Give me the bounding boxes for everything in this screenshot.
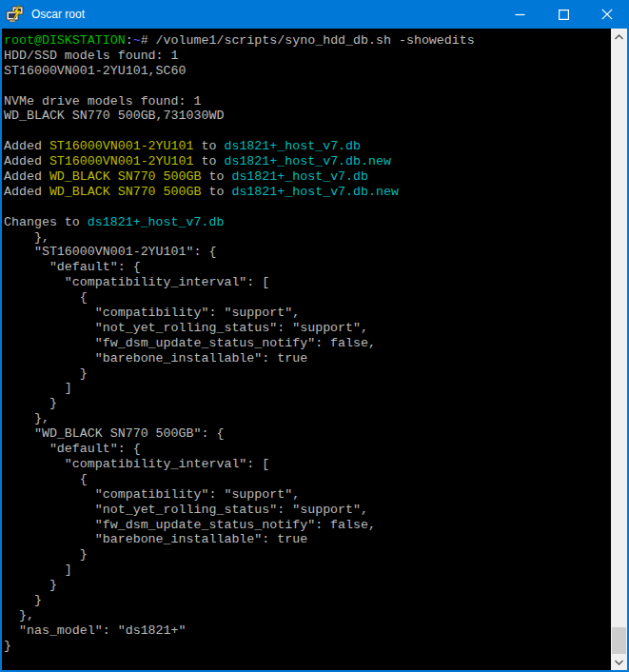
terminal-line: "barebone_installable": true (4, 532, 611, 547)
putty-window: Oscar root root@DISKSTATION:~# /volume1 (0, 0, 629, 672)
terminal-line: Added WD_BLACK SN770 500GB to ds1821+_ho… (4, 185, 611, 200)
terminal-line: "fw_dsm_update_status_notify": false, (4, 518, 611, 533)
terminal-line: "WD_BLACK SN770 500GB": { (4, 426, 611, 442)
chevron-up-icon (615, 34, 623, 40)
minimize-button[interactable] (498, 0, 541, 29)
terminal-line: "default": { (4, 260, 611, 275)
terminal-line: Added ST16000VN001-2YU101 to ds1821+_hos… (4, 154, 611, 169)
chevron-down-icon (615, 660, 623, 665)
scrollbar-thumb[interactable] (612, 627, 626, 654)
scroll-up-button[interactable] (611, 29, 627, 45)
terminal-line: root@DISKSTATION:~# /volume1/scripts/syn… (4, 33, 611, 49)
terminal-line: "fw_dsm_update_status_notify": false, (4, 336, 611, 351)
terminal-line: } (4, 396, 611, 411)
terminal-line: WD_BLACK SN770 500GB,731030WD (4, 109, 611, 124)
terminal-line: "barebone_installable": true (4, 351, 611, 366)
terminal-line: "not_yet_rolling_status": "support", (4, 503, 611, 518)
terminal-line: "not_yet_rolling_status": "support", (4, 321, 611, 336)
terminal-line: }, (4, 608, 611, 623)
caption-buttons (498, 0, 629, 29)
terminal-line: } (4, 593, 611, 608)
maximize-button[interactable] (541, 0, 585, 29)
terminal-line: "ST16000VN001-2YU101": { (4, 245, 611, 260)
terminal-line: } (4, 578, 611, 593)
terminal-line: HDD/SSD models found: 1 (4, 49, 611, 64)
terminal-line: } (4, 366, 611, 382)
terminal-line (4, 200, 611, 215)
close-icon (601, 9, 613, 20)
putty-app-icon[interactable] (6, 5, 25, 24)
scroll-down-button[interactable] (611, 654, 627, 670)
window-title: Oscar root (31, 8, 498, 21)
terminal-line: }, (4, 230, 611, 246)
terminal-area: root@DISKSTATION:~# /volume1/scripts/syn… (2, 29, 627, 670)
terminal-line: } (4, 547, 611, 563)
terminal-line: ] (4, 563, 611, 578)
terminal-line: } (4, 639, 611, 654)
terminal-line (4, 79, 611, 94)
terminal-line: Added ST16000VN001-2YU101 to ds1821+_hos… (4, 139, 611, 154)
terminal-line (4, 124, 611, 139)
terminal-line: "default": { (4, 442, 611, 457)
terminal-line: "nas_model": "ds1821+" (4, 623, 611, 639)
maximize-icon (559, 10, 569, 20)
terminal-line: NVMe drive models found: 1 (4, 94, 611, 109)
terminal-line: ST16000VN001-2YU101,SC60 (4, 64, 611, 79)
terminal-line: { (4, 472, 611, 487)
terminal-line: "compatibility": "support", (4, 487, 611, 503)
scrollbar[interactable] (611, 29, 627, 670)
terminal-line: Changes to ds1821+_host_v7.db (4, 215, 611, 230)
terminal-line: { (4, 290, 611, 306)
terminal-line: ] (4, 381, 611, 396)
terminal-line: "compatibility_interval": [ (4, 457, 611, 472)
terminal-output[interactable]: root@DISKSTATION:~# /volume1/scripts/syn… (2, 29, 611, 670)
minimize-icon (515, 10, 525, 20)
terminal-line: "compatibility_interval": [ (4, 275, 611, 290)
close-button[interactable] (585, 0, 629, 29)
titlebar[interactable]: Oscar root (0, 0, 629, 29)
terminal-line: Added WD_BLACK SN770 500GB to ds1821+_ho… (4, 169, 611, 185)
terminal-line: "compatibility": "support", (4, 306, 611, 321)
terminal-line: }, (4, 411, 611, 426)
